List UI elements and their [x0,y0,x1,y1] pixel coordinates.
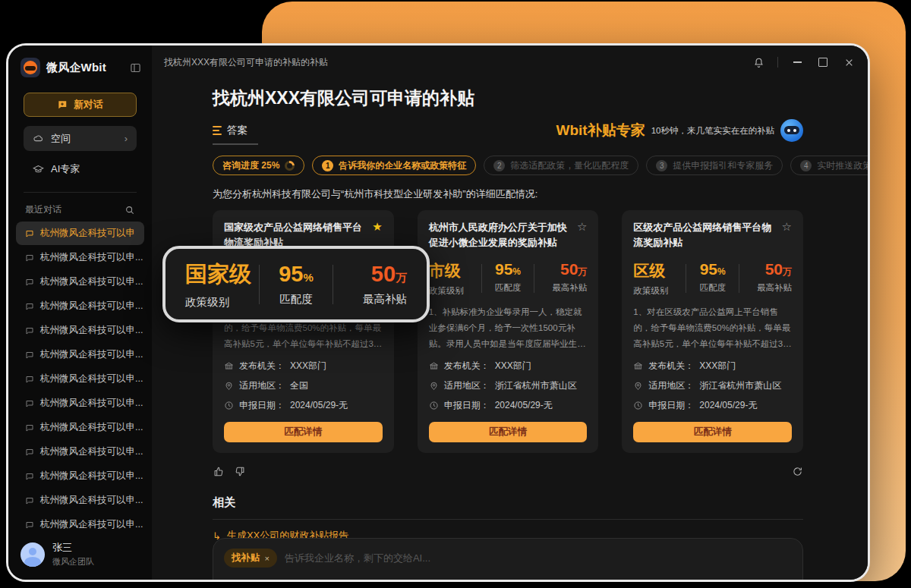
chat-list-item[interactable]: 杭州微风企科技可以申... [16,270,144,294]
location-pin-icon [224,381,234,391]
publisher-value: XXX部门 [699,360,736,373]
app-logo-icon [20,58,40,77]
policy-cards: 国家级 政策级别 95% 匹配度 50万 最高补贴 [213,210,803,453]
callout-amount: 50万 最高补贴 [333,262,407,307]
recent-chats-label: 最近对话 [25,203,125,216]
chat-bubble-icon [25,496,34,505]
region-value: 浙江省杭州市萧山区 [495,379,577,392]
app-window: 微风企Wbit 新对话 空间 › AI专家 最近对话 杭州微风企科技 [6,43,870,582]
star-outline-icon[interactable]: ☆ [577,220,587,250]
sidebar-item-ai-expert[interactable]: AI专家 [24,157,137,181]
match-detail-button[interactable]: 匹配详情 [224,422,383,442]
new-chat-label: 新对话 [74,98,103,112]
chevron-right-icon: › [125,133,128,144]
sidebar: 微风企Wbit 新对话 空间 › AI专家 最近对话 杭州微风企科技 [8,46,152,580]
chat-bubble-icon [25,229,34,238]
date-value: 2024/05/29-无 [495,399,553,412]
step-pill-4: 4 实时推送政策变更提醒 [790,156,870,175]
date-value: 2024/05/29-无 [699,399,757,412]
tab-answer[interactable]: 答案 [213,124,258,145]
location-pin-icon [429,381,439,391]
maximize-button[interactable] [816,55,830,69]
search-subsidy-tag[interactable]: 找补贴 × [224,549,277,568]
match-detail-button[interactable]: 匹配详情 [633,422,792,442]
chat-list-item[interactable]: 杭州微风企科技可以申... [16,489,144,512]
bank-icon [224,361,234,371]
chat-list-item[interactable]: 杭州微风企科技可以申... [16,464,144,488]
related-title: 相关 [213,495,803,510]
space-icon [33,133,44,144]
step-pill-3: 3 提供申报指引和专家服务 [646,156,783,175]
sidebar-divider [24,192,137,193]
ai-expert-label: AI专家 [51,162,80,176]
composer[interactable]: 找补贴 × 告诉我企业名称，剩下的交给AI... 技能 @ [213,538,803,582]
progress-ring-icon [285,161,295,171]
star-outline-icon[interactable]: ☆ [782,220,792,250]
chat-list-item[interactable]: 杭州微风企科技可以申... [16,367,144,391]
chat-bubble-icon [25,423,34,432]
chat-bubble-icon [25,472,34,481]
expert-tagline: 10秒钟，来几笔实实在在的补贴 [651,125,774,137]
expert-banner: Wbit补贴专家 10秒钟，来几笔实实在在的补贴 [556,119,803,145]
chat-bubble-icon [25,448,34,457]
step-pill-1[interactable]: 1 告诉我你的企业名称或政策特征 [312,156,476,175]
clock-icon [224,401,234,410]
chat-bubble-icon [25,375,34,384]
related-section: 相关 ↳ 生成XX公司的财政补贴报告 [213,495,803,542]
chat-list-item-active[interactable]: 杭州微风企科技可以申 [16,222,144,245]
close-button[interactable] [842,55,856,69]
publisher-value: XXX部门 [290,360,326,373]
chat-plus-icon [57,99,68,110]
tag-close-icon[interactable]: × [265,554,270,563]
sidebar-collapse-icon[interactable] [130,62,141,74]
window-title: 找杭州XXX有限公司可申请的补贴的补贴 [164,56,752,69]
policy-card-3: 区级农产品公益网络销售平台物流奖励补贴 ☆ 区级政策级别 95%匹配度 50万最… [622,210,803,453]
chat-list-item[interactable]: 杭州微风企科技可以申... [16,319,144,342]
zoom-callout: 国家级 政策级别 95% 匹配度 50万 最高补贴 [162,246,430,322]
clock-icon [429,401,439,410]
region-value: 全国 [290,379,308,392]
graduation-cap-icon [33,164,44,175]
bank-icon [633,361,643,371]
chat-list-item[interactable]: 杭州微风企科技可以申... [16,440,144,464]
chat-list-item[interactable]: 杭州微风企科技可以申... [16,246,144,269]
progress-pill: 咨询进度 25% [213,156,304,175]
chat-list-item[interactable]: 杭州微风企科技可以申... [16,294,144,318]
titlebar-separator [777,57,778,68]
policy-card-2: 杭州市人民政府办公厅关于加快促进小微企业发展的奖励补贴 ☆ 市级政策级别 95%… [418,210,599,453]
main-area: 找杭州XXX有限公司可申请的补贴的补贴 找杭州XXX有限公司可申请的补贴 答案 [152,46,868,580]
page-title: 找杭州XXX有限公司可申请的补贴 [213,86,803,110]
region-value: 浙江省杭州市萧山区 [699,379,781,392]
chat-list-item[interactable]: 杭州微风企科技可以申... [16,343,144,366]
notification-bell-icon[interactable] [752,55,765,69]
chat-list-item[interactable]: 杭州微风企科技可以申... [16,513,144,532]
avatar [20,542,45,567]
answer-list-icon [213,126,222,136]
regenerate-icon[interactable] [792,466,803,477]
minimize-button[interactable] [790,55,804,69]
search-icon[interactable] [125,205,135,215]
chat-list-item[interactable]: 杭州微风企科技可以申... [16,391,144,415]
steps-row: 咨询进度 25% 1 告诉我你的企业名称或政策特征 2 筛选适配政策，量化匹配程… [213,156,803,175]
publisher-value: XXX部门 [495,360,531,373]
policy-description: 1、补贴标准为企业每录用一人，稳定就业参保满6个月，给予一次性1500元补贴。录… [429,304,588,351]
user-name: 张三 [52,541,94,555]
composer-placeholder[interactable]: 告诉我企业名称，剩下的交给AI... [285,552,430,565]
clock-icon [633,401,643,410]
date-value: 2024/05/29-无 [290,399,348,412]
user-team: 微风企团队 [52,556,94,568]
policy-title: 杭州市人民政府办公厅关于加快促进小微企业发展的奖励补贴 [429,220,571,250]
chat-bubble-icon [25,302,34,311]
recent-chat-list: 杭州微风企科技可以申 杭州微风企科技可以申... 杭州微风企科技可以申... 杭… [8,221,152,532]
chat-bubble-icon [25,278,34,287]
chat-list-item[interactable]: 杭州微风企科技可以申... [16,416,144,439]
chat-bubble-icon [25,520,34,530]
new-chat-button[interactable]: 新对话 [24,93,137,117]
match-detail-button[interactable]: 匹配详情 [429,422,588,442]
thumbs-down-icon[interactable] [235,466,246,477]
chat-bubble-icon [25,351,34,360]
sidebar-item-space[interactable]: 空间 › [24,126,137,151]
user-profile[interactable]: 张三 微风企团队 [8,532,152,580]
policy-title: 区级农产品公益网络销售平台物流奖励补贴 [633,220,775,250]
thumbs-up-icon[interactable] [213,466,224,477]
